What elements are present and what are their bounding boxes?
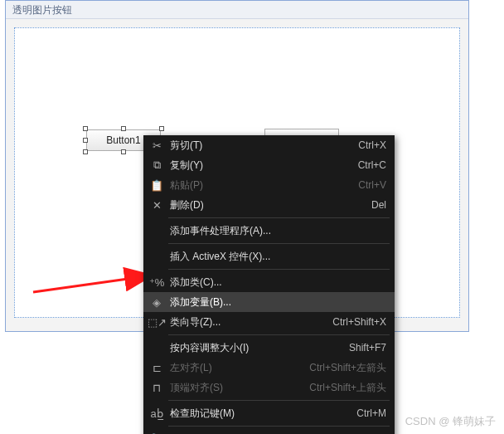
- menu-item-shortcut: Ctrl+X: [348, 139, 386, 151]
- menu-item: 📋粘贴(P)Ctrl+V: [143, 175, 395, 195]
- resize-handle[interactable]: [83, 126, 88, 131]
- menu-item-label: 复制(Y): [165, 158, 348, 173]
- menu-item-shortcut: Ctrl+V: [348, 179, 386, 191]
- watermark: CSDN @ 锋萌妹子: [405, 414, 496, 429]
- menu-item-shortcut: Ctrl+C: [348, 159, 386, 171]
- menu-item[interactable]: 🔧属性(R): [143, 429, 395, 434]
- menu-item-label: 剪切(T): [165, 139, 348, 153]
- menu-item[interactable]: ✕删除(D)Del: [143, 195, 395, 215]
- add-class-icon: ⁺%: [148, 276, 165, 289]
- menu-separator: [168, 426, 390, 427]
- resize-handle[interactable]: [83, 149, 88, 154]
- menu-item: ⊏左对齐(L)Ctrl+Shift+左箭头: [143, 358, 395, 378]
- menu-item-shortcut: Ctrl+M: [346, 407, 386, 419]
- menu-item-label: 添加事件处理程序(A)...: [165, 224, 386, 238]
- align-left-icon: ⊏: [148, 361, 165, 374]
- class-wizard-icon: ⬚↗: [148, 315, 165, 329]
- menu-separator: [168, 334, 390, 335]
- paste-icon: 📋: [148, 178, 165, 192]
- align-top-icon: ⊓: [148, 381, 165, 394]
- resize-handle[interactable]: [83, 138, 88, 143]
- menu-item-label: 类向导(Z)...: [165, 315, 322, 329]
- check-mnemonics-icon: ab̲: [148, 407, 165, 420]
- menu-item-label: 左对齐(L): [165, 361, 299, 375]
- menu-item[interactable]: 按内容调整大小(I)Shift+F7: [143, 338, 395, 358]
- menu-item-label: 按内容调整大小(I): [165, 341, 339, 355]
- menu-item[interactable]: ab̲检查助记键(M)Ctrl+M: [143, 403, 395, 423]
- blank-icon: [148, 341, 165, 354]
- menu-item-label: 删除(D): [165, 198, 361, 212]
- menu-separator: [168, 217, 390, 218]
- resize-handle[interactable]: [121, 126, 126, 131]
- window-title-bar: 透明图片按钮: [6, 1, 468, 19]
- menu-item-shortcut: Shift+F7: [339, 342, 386, 354]
- menu-item-label: 添加变量(B)...: [165, 295, 386, 310]
- menu-separator: [168, 400, 390, 401]
- blank-icon: [148, 224, 165, 237]
- delete-icon: ✕: [148, 198, 165, 212]
- menu-item[interactable]: 插入 ActiveX 控件(X)...: [143, 246, 395, 266]
- menu-item[interactable]: ◈添加变量(B)...: [143, 292, 395, 312]
- menu-item[interactable]: ✂剪切(T)Ctrl+X: [143, 135, 395, 155]
- menu-item[interactable]: ⁺%添加类(C)...: [143, 272, 395, 292]
- menu-item-shortcut: Ctrl+Shift+上箭头: [299, 381, 386, 395]
- menu-item-label: 粘贴(P): [165, 178, 348, 193]
- menu-item-shortcut: Del: [361, 199, 386, 211]
- menu-item[interactable]: 添加事件处理程序(A)...: [143, 221, 395, 241]
- cut-icon: ✂: [148, 139, 165, 152]
- menu-item: ⊓顶端对齐(S)Ctrl+Shift+上箭头: [143, 378, 395, 397]
- menu-item[interactable]: ⧉复制(Y)Ctrl+C: [143, 155, 395, 175]
- resize-handle[interactable]: [159, 126, 164, 131]
- window-title: 透明图片按钮: [12, 4, 72, 16]
- menu-separator: [168, 269, 390, 270]
- menu-item-shortcut: Ctrl+Shift+左箭头: [299, 361, 386, 375]
- menu-item-label: 检查助记键(M): [165, 407, 346, 421]
- add-var-icon: ◈: [148, 295, 165, 309]
- menu-item-label: 顶端对齐(S): [165, 381, 299, 395]
- copy-icon: ⧉: [148, 158, 165, 172]
- menu-item-label: 添加类(C)...: [165, 276, 386, 290]
- menu-item-shortcut: Ctrl+Shift+X: [322, 316, 386, 328]
- menu-item[interactable]: ⬚↗类向导(Z)...Ctrl+Shift+X: [143, 312, 395, 332]
- resize-handle[interactable]: [121, 149, 126, 154]
- blank-icon: [148, 250, 165, 263]
- menu-separator: [168, 243, 390, 244]
- menu-item-label: 插入 ActiveX 控件(X)...: [165, 250, 386, 264]
- context-menu: ✂剪切(T)Ctrl+X⧉复制(Y)Ctrl+C📋粘贴(P)Ctrl+V✕删除(…: [143, 135, 395, 434]
